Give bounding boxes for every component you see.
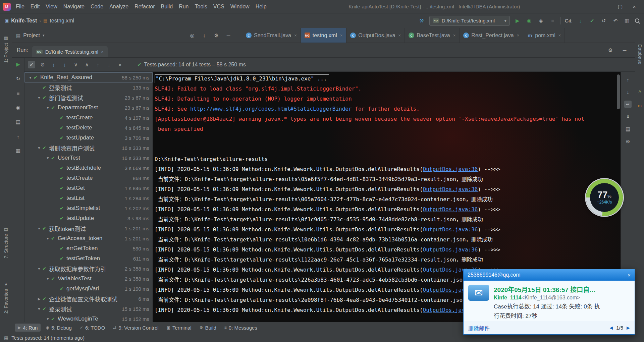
- menu-analyze[interactable]: Analyze: [106, 0, 131, 13]
- close-icon[interactable]: ×: [517, 33, 520, 38]
- hide-panel-icon[interactable]: ─: [225, 32, 232, 39]
- menu-help[interactable]: Help: [253, 0, 270, 13]
- chevron-down-icon[interactable]: ▼: [36, 96, 42, 100]
- test-tree-row[interactable]: ▼✔Knife_Rest_Assured58 s 250 ms: [24, 72, 153, 82]
- git-history-icon[interactable]: ↺: [600, 17, 607, 24]
- toolwindow-terminal[interactable]: ▣Terminal: [164, 324, 195, 332]
- coverage-button[interactable]: ◈: [537, 17, 545, 24]
- stop-button[interactable]: ■: [14, 90, 22, 97]
- chevron-down-icon[interactable]: ▼: [36, 307, 42, 311]
- jump-up-button[interactable]: ↑: [624, 76, 632, 83]
- test-tree-row[interactable]: ▼✔登录测试15 s 152 ms: [24, 304, 153, 314]
- test-tree-row[interactable]: ▼✔DepartmentTest23 s 67 ms: [24, 103, 153, 113]
- toolwindow-toggle-icon[interactable]: ▦: [4, 335, 8, 340]
- soft-wrap-toggle[interactable]: ↵: [624, 101, 632, 108]
- console-link[interactable]: OutputDos.java:36: [423, 166, 478, 172]
- expand-all-button[interactable]: ∨: [72, 61, 79, 68]
- test-tree-row[interactable]: ✔errGetToken590 ms: [24, 243, 153, 253]
- next-failed-button[interactable]: ↓: [105, 61, 113, 68]
- test-tree-row[interactable]: ▼✔增删除查用户测试16 s 333 ms: [24, 143, 153, 153]
- test-tree-row[interactable]: ✔testGetToken611 ms: [24, 253, 153, 264]
- tab-rest-perfect-java[interactable]: CRest_Perfect.java×: [460, 28, 523, 43]
- toolwindow-messages[interactable]: ≡0: Messages: [221, 324, 260, 332]
- delete-mail-link[interactable]: 删除邮件: [468, 324, 490, 332]
- menu-file[interactable]: File: [13, 0, 28, 13]
- chevron-down-icon[interactable]: ▼: [45, 277, 51, 281]
- menu-view[interactable]: View: [43, 0, 60, 13]
- scroll-to-end-button[interactable]: ⇓: [624, 113, 632, 120]
- chevron-down-icon[interactable]: ▾: [43, 33, 45, 38]
- menu-vcs[interactable]: VCS: [210, 0, 227, 13]
- chevron-down-icon[interactable]: ▼: [45, 237, 51, 240]
- breadcrumb-project[interactable]: Knife-Test: [11, 18, 37, 24]
- show-ignored-toggle[interactable]: ⊘: [39, 61, 46, 68]
- next-mail-icon[interactable]: ▶: [627, 325, 630, 330]
- minimize-icon[interactable]: ─: [599, 4, 613, 9]
- test-tree-row[interactable]: ▼✔WeworkLoginTe15 s 152 ms: [24, 314, 153, 322]
- test-tree-row[interactable]: ✔testCreate868 ms: [24, 173, 153, 183]
- settings-gear-icon[interactable]: ⚙: [213, 32, 220, 39]
- prev-mail-icon[interactable]: ◀: [609, 325, 613, 330]
- console-link[interactable]: OutputDos.java:36: [423, 206, 478, 213]
- menu-run[interactable]: Run: [176, 0, 192, 13]
- settings-gear-icon[interactable]: ⚙: [607, 47, 614, 54]
- breadcrumb-file[interactable]: testng.xml: [50, 18, 74, 24]
- chevron-down-icon[interactable]: ▼: [36, 146, 42, 150]
- debug-button[interactable]: ◉: [526, 17, 533, 24]
- chevron-down-icon[interactable]: ▼: [36, 227, 42, 230]
- close-icon[interactable]: ×: [627, 4, 641, 9]
- test-tree-row[interactable]: ✔testUpdate3 s 93 ms: [24, 213, 153, 223]
- sort-alphabetically-button[interactable]: ↕: [50, 61, 57, 68]
- menu-window[interactable]: Window: [227, 0, 253, 13]
- toolwindow-debug[interactable]: ◉5: Debug: [43, 324, 74, 332]
- chevron-right-icon[interactable]: ▶: [36, 297, 42, 301]
- project-panel-header[interactable]: ▤ Project ▾ ◎↕⚙─: [12, 28, 242, 43]
- chevron-down-icon[interactable]: ▼: [45, 317, 51, 321]
- close-icon[interactable]: ×: [101, 49, 104, 54]
- console-link[interactable]: OutputDos.java:36: [423, 226, 478, 233]
- test-tree-row[interactable]: ▼✔VariablesTest2 s 358 ms: [24, 274, 153, 284]
- menu-code[interactable]: Code: [88, 0, 106, 13]
- chevron-down-icon[interactable]: ▼: [36, 267, 42, 271]
- test-tree-row[interactable]: ▼✔获取数据库参数作为引2 s 358 ms: [24, 264, 153, 274]
- menu-navigate[interactable]: Navigate: [60, 0, 88, 13]
- menu-build[interactable]: Build: [158, 0, 176, 13]
- tab-outputdos-java[interactable]: COutputDos.java×: [346, 28, 405, 43]
- more-options-button[interactable]: »: [116, 61, 124, 68]
- export-results-button[interactable]: ↑: [14, 133, 22, 140]
- stripe-item-structure[interactable]: ▤7: Structure: [0, 227, 12, 258]
- test-tree-row[interactable]: ✔登录测试133 ms: [24, 82, 153, 93]
- edit-configurations-icon[interactable]: ⚒: [418, 17, 425, 24]
- tab-basetest-java[interactable]: CBaseTest.java×: [405, 28, 460, 43]
- hide-panel-icon[interactable]: ─: [621, 47, 628, 54]
- expand-collapse-icon[interactable]: ↕: [201, 32, 208, 39]
- test-tree-row[interactable]: ✔testBatchdele3 s 669 ms: [24, 163, 153, 173]
- test-tree-row[interactable]: ✔getMysqlVari1 s 190 ms: [24, 284, 153, 294]
- test-tree-row[interactable]: ▼✔获取token测试1 s 201 ms: [24, 223, 153, 233]
- ant-icon[interactable]: A: [637, 88, 643, 95]
- test-tree-row[interactable]: ✔testUpdate3 s 706 ms: [24, 133, 153, 143]
- test-tree-row[interactable]: ▼✔UserTest16 s 333 ms: [24, 153, 153, 163]
- tab-sendemail-java[interactable]: CSendEmail.java×: [242, 28, 301, 43]
- print-button[interactable]: ▤: [624, 125, 632, 133]
- git-rollback-icon[interactable]: ↶: [612, 17, 619, 24]
- menu-edit[interactable]: Edit: [28, 0, 43, 13]
- stripe-item-project[interactable]: ▦1: Project: [0, 36, 12, 63]
- close-icon[interactable]: ×: [294, 33, 297, 38]
- tab-testng-xml[interactable]: NGtestng.xml×: [301, 28, 347, 43]
- test-tree-row[interactable]: ✔testCreate4 s 197 ms: [24, 113, 153, 123]
- chevron-down-icon[interactable]: ▼: [45, 156, 51, 160]
- search-everywhere-icon[interactable]: [635, 18, 639, 23]
- close-icon[interactable]: ×: [628, 272, 631, 278]
- test-tree-row[interactable]: ✔testDelete4 s 845 ms: [24, 123, 153, 133]
- toolwindow-todo[interactable]: ✓6: TODO: [77, 324, 108, 332]
- previous-failed-button[interactable]: ↑: [94, 61, 102, 68]
- close-icon[interactable]: ×: [340, 33, 343, 38]
- scrollbar-thumb[interactable]: [617, 74, 620, 109]
- stop-button[interactable]: ■: [549, 17, 556, 24]
- locate-file-icon[interactable]: ◎: [189, 32, 196, 39]
- clear-all-button[interactable]: ⊗: [624, 138, 632, 145]
- dump-threads-button[interactable]: ▤: [14, 118, 22, 126]
- collapse-all-button[interactable]: ∧: [83, 61, 91, 68]
- console-link[interactable]: OutputDos.java:36: [423, 246, 478, 253]
